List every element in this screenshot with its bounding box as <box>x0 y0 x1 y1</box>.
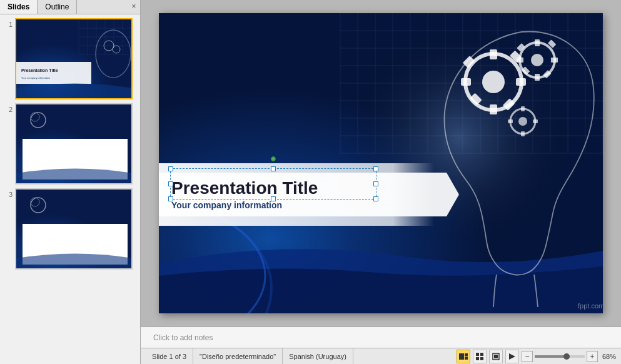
tab-outline[interactable]: Outline <box>38 0 77 14</box>
slide-number-3: 3 <box>3 191 13 198</box>
svg-rect-59 <box>490 104 497 114</box>
notes-area[interactable]: Click to add notes <box>141 326 621 348</box>
svg-rect-85 <box>465 356 468 360</box>
svg-text:Presentation Title: Presentation Title <box>21 68 58 73</box>
slide-thumb-1[interactable]: Presentation Title Your company informat… <box>15 18 133 99</box>
svg-rect-81 <box>533 119 538 123</box>
slide-info: Slide 1 of 3 <box>146 348 193 364</box>
zoom-out-button[interactable]: − <box>522 351 533 362</box>
svg-rect-60 <box>461 78 471 86</box>
svg-text:fppt.com: fppt.com <box>578 302 603 310</box>
svg-marker-92 <box>509 353 515 360</box>
slide-background: fppt.com Presentation Title Your company… <box>159 13 603 313</box>
svg-rect-79 <box>521 131 525 136</box>
svg-rect-84 <box>465 353 468 356</box>
svg-rect-86 <box>476 353 479 356</box>
zoom-slider[interactable] <box>535 355 585 358</box>
zoom-value: 68% <box>600 353 616 360</box>
language-info: Spanish (Uruguay) <box>283 348 353 364</box>
view-reading-button[interactable] <box>489 350 503 363</box>
svg-point-77 <box>518 117 527 126</box>
slide-thumb-2[interactable] <box>15 103 133 185</box>
notes-placeholder: Click to add notes <box>153 333 213 342</box>
slide-number-1: 1 <box>3 21 13 28</box>
thumb3-svg <box>16 190 133 270</box>
sidebar: Slides Outline × 1 <box>0 0 141 364</box>
svg-rect-70 <box>517 58 523 63</box>
svg-rect-68 <box>535 39 540 46</box>
svg-rect-87 <box>480 353 483 356</box>
slide-canvas-area: fppt.com Presentation Title Your company… <box>141 0 621 326</box>
app-body: Slides Outline × 1 <box>0 0 621 364</box>
svg-rect-88 <box>476 357 479 360</box>
main-area: fppt.com Presentation Title Your company… <box>141 0 621 364</box>
status-right: − + 68% <box>457 350 616 363</box>
slide-canvas[interactable]: fppt.com Presentation Title Your company… <box>159 13 603 313</box>
svg-text:Your company information: Your company information <box>21 76 50 79</box>
slide-panel: 1 <box>0 14 140 364</box>
svg-point-67 <box>531 54 543 66</box>
slide-item-1[interactable]: 1 <box>3 18 138 99</box>
svg-rect-69 <box>535 74 540 81</box>
close-icon[interactable]: × <box>128 0 140 13</box>
svg-rect-91 <box>494 355 498 358</box>
svg-rect-71 <box>551 58 558 63</box>
thumb1-svg: Presentation Title Your company informat… <box>16 19 133 99</box>
svg-rect-78 <box>521 106 525 111</box>
view-grid-button[interactable] <box>473 350 487 363</box>
thumb2-svg <box>16 104 133 185</box>
slide-subtitle[interactable]: Your company information <box>171 200 434 210</box>
svg-rect-89 <box>480 357 483 360</box>
zoom-control: − + 68% <box>522 351 616 362</box>
svg-rect-80 <box>508 119 513 123</box>
view-slideshow-button[interactable] <box>505 350 519 363</box>
svg-rect-16 <box>16 62 91 84</box>
slide-item-3[interactable]: 3 <box>3 188 138 270</box>
slide-number-2: 2 <box>3 106 13 113</box>
theme-info: "Diseño predeterminado" <box>193 348 283 364</box>
view-normal-button[interactable] <box>457 350 470 363</box>
svg-point-57 <box>482 71 505 93</box>
slide-title[interactable]: Presentation Title <box>171 179 434 198</box>
title-banner: Presentation Title Your company informat… <box>159 163 434 226</box>
sidebar-tab-bar: Slides Outline × <box>0 0 140 14</box>
slide-item-2[interactable]: 2 <box>3 103 138 185</box>
tab-slides[interactable]: Slides <box>0 0 38 14</box>
status-bar: Slide 1 of 3 "Diseño predeterminado" Spa… <box>141 348 621 364</box>
svg-rect-58 <box>490 49 497 59</box>
zoom-in-button[interactable]: + <box>587 351 598 362</box>
slide-thumb-3[interactable] <box>15 188 133 270</box>
svg-rect-83 <box>459 353 464 360</box>
svg-rect-61 <box>516 78 526 86</box>
